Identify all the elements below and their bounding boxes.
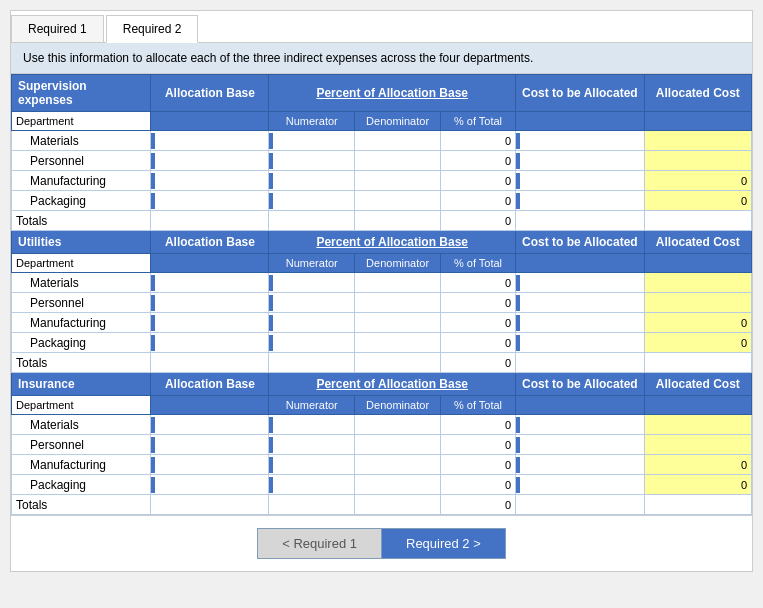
numerator-input-cell[interactable]: [269, 455, 355, 475]
cost-input[interactable]: [520, 277, 640, 289]
numerator-input[interactable]: [273, 155, 350, 167]
numerator-input-cell[interactable]: [269, 475, 355, 495]
alloc-base-input-cell[interactable]: [151, 455, 269, 475]
denominator-input-cell[interactable]: [355, 131, 441, 151]
alloc-base-input[interactable]: [155, 195, 264, 207]
alloc-base-input-cell[interactable]: [151, 293, 269, 313]
allocated-cost-input[interactable]: [649, 155, 747, 167]
denominator-input-cell[interactable]: [355, 151, 441, 171]
denominator-input[interactable]: [359, 297, 436, 309]
cost-input-cell[interactable]: [516, 333, 645, 353]
alloc-base-input[interactable]: [155, 155, 264, 167]
denominator-input-cell[interactable]: [355, 273, 441, 293]
cost-input[interactable]: [520, 439, 640, 451]
numerator-input-cell[interactable]: [269, 333, 355, 353]
numerator-input-cell[interactable]: [269, 191, 355, 211]
cost-input[interactable]: [520, 419, 640, 431]
alloc-base-input-cell[interactable]: [151, 171, 269, 191]
numerator-input[interactable]: [273, 479, 350, 491]
numerator-input[interactable]: [273, 195, 350, 207]
tab-required2[interactable]: Required 2: [106, 15, 199, 43]
alloc-base-input-cell[interactable]: [151, 151, 269, 171]
denominator-input[interactable]: [359, 459, 436, 471]
denominator-input[interactable]: [359, 419, 436, 431]
numerator-input-cell[interactable]: [269, 171, 355, 191]
cost-input[interactable]: [520, 317, 640, 329]
numerator-input[interactable]: [273, 459, 350, 471]
alloc-base-input[interactable]: [155, 297, 264, 309]
denominator-input[interactable]: [359, 479, 436, 491]
denominator-input[interactable]: [359, 317, 436, 329]
cost-input-cell[interactable]: [516, 171, 645, 191]
denominator-input[interactable]: [359, 277, 436, 289]
numerator-input-cell[interactable]: [269, 131, 355, 151]
alloc-base-input[interactable]: [155, 479, 264, 491]
cost-input[interactable]: [520, 479, 640, 491]
cost-input[interactable]: [520, 459, 640, 471]
numerator-input-cell[interactable]: [269, 313, 355, 333]
denominator-input[interactable]: [359, 195, 436, 207]
cost-input[interactable]: [520, 337, 640, 349]
numerator-input[interactable]: [273, 317, 350, 329]
numerator-input[interactable]: [273, 297, 350, 309]
cost-input-cell[interactable]: [516, 313, 645, 333]
numerator-input-cell[interactable]: [269, 435, 355, 455]
cost-input-cell[interactable]: [516, 475, 645, 495]
numerator-input[interactable]: [273, 439, 350, 451]
alloc-base-input[interactable]: [155, 277, 264, 289]
alloc-base-input-cell[interactable]: [151, 333, 269, 353]
cost-input-cell[interactable]: [516, 273, 645, 293]
cost-input-cell[interactable]: [516, 455, 645, 475]
numerator-input-cell[interactable]: [269, 273, 355, 293]
alloc-base-input[interactable]: [155, 175, 264, 187]
cost-input-cell[interactable]: [516, 131, 645, 151]
denominator-input[interactable]: [359, 337, 436, 349]
numerator-input[interactable]: [273, 175, 350, 187]
denominator-input-cell[interactable]: [355, 191, 441, 211]
alloc-base-input[interactable]: [155, 135, 264, 147]
denominator-input-cell[interactable]: [355, 333, 441, 353]
numerator-input-cell[interactable]: [269, 415, 355, 435]
numerator-input[interactable]: [273, 135, 350, 147]
allocated-cost-input[interactable]: [649, 439, 747, 451]
alloc-base-input[interactable]: [155, 337, 264, 349]
cost-input[interactable]: [520, 297, 640, 309]
cost-input-cell[interactable]: [516, 415, 645, 435]
alloc-base-input[interactable]: [155, 459, 264, 471]
allocated-cost-input[interactable]: [649, 277, 747, 289]
numerator-input[interactable]: [273, 277, 350, 289]
denominator-input-cell[interactable]: [355, 171, 441, 191]
denominator-input-cell[interactable]: [355, 313, 441, 333]
denominator-input-cell[interactable]: [355, 455, 441, 475]
allocated-cost-cell[interactable]: [644, 415, 751, 435]
denominator-input[interactable]: [359, 175, 436, 187]
denominator-input-cell[interactable]: [355, 475, 441, 495]
next-button[interactable]: Required 2 >: [381, 528, 506, 559]
denominator-input-cell[interactable]: [355, 293, 441, 313]
alloc-base-input-cell[interactable]: [151, 191, 269, 211]
alloc-base-input-cell[interactable]: [151, 435, 269, 455]
allocated-cost-input[interactable]: [649, 419, 747, 431]
tab-required1[interactable]: Required 1: [11, 15, 104, 42]
denominator-input-cell[interactable]: [355, 415, 441, 435]
numerator-input-cell[interactable]: [269, 293, 355, 313]
cost-input-cell[interactable]: [516, 293, 645, 313]
alloc-base-input[interactable]: [155, 439, 264, 451]
allocated-cost-cell[interactable]: [644, 151, 751, 171]
cost-input-cell[interactable]: [516, 191, 645, 211]
numerator-input-cell[interactable]: [269, 151, 355, 171]
alloc-base-input-cell[interactable]: [151, 475, 269, 495]
alloc-base-input[interactable]: [155, 419, 264, 431]
alloc-base-input-cell[interactable]: [151, 131, 269, 151]
prev-button[interactable]: < Required 1: [257, 528, 381, 559]
allocated-cost-cell[interactable]: [644, 293, 751, 313]
allocated-cost-cell[interactable]: [644, 435, 751, 455]
denominator-input[interactable]: [359, 135, 436, 147]
allocated-cost-input[interactable]: [649, 297, 747, 309]
cost-input-cell[interactable]: [516, 435, 645, 455]
alloc-base-input-cell[interactable]: [151, 415, 269, 435]
cost-input[interactable]: [520, 175, 640, 187]
alloc-base-input-cell[interactable]: [151, 313, 269, 333]
numerator-input[interactable]: [273, 419, 350, 431]
alloc-base-input[interactable]: [155, 317, 264, 329]
